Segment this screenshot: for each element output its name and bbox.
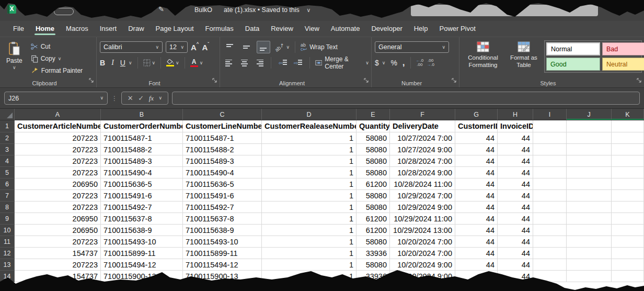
formula-input[interactable] (172, 92, 640, 105)
cell-I3[interactable] (533, 144, 567, 155)
cell-D4[interactable]: 1 (262, 155, 356, 167)
cell-K14[interactable] (612, 271, 644, 282)
autosave-toggle[interactable] (54, 8, 74, 15)
chevron-down-icon[interactable]: ∨ (306, 7, 310, 13)
ribbon-tab-page-layout[interactable]: Page Layout (150, 21, 200, 37)
cell-E9[interactable]: 61200 (356, 213, 390, 225)
cell-B4[interactable]: 7100115489-3 (101, 155, 183, 167)
cell-C11[interactable]: 7100115493-10 (183, 236, 262, 248)
cell-K8[interactable] (612, 202, 644, 213)
cell-H8[interactable]: 44 (498, 202, 533, 213)
cell-F6[interactable]: 10/28/2024 11:00 (390, 178, 455, 190)
cell-K7[interactable] (612, 190, 644, 202)
ribbon-tab-home[interactable]: Home (30, 21, 60, 37)
cell-B14[interactable]: 7100115900-13 (101, 271, 183, 282)
cell-G11[interactable]: 44 (455, 236, 498, 248)
cell-D6[interactable]: 1 (262, 178, 356, 190)
cell-A7[interactable]: 207223 (15, 190, 101, 202)
enter-icon[interactable]: ✓ (138, 94, 144, 102)
comma-format-button[interactable]: , (402, 60, 405, 65)
row-header-10[interactable]: 10 (0, 225, 15, 236)
cell-J6[interactable] (567, 178, 612, 190)
cell-F14[interactable]: 10/20/2024 9:00 (390, 271, 455, 282)
row-header-6[interactable]: 6 (0, 178, 15, 190)
cancel-icon[interactable]: ✕ (128, 94, 133, 102)
chevron-down-icon[interactable]: ∨ (129, 61, 132, 65)
cell-H9[interactable]: 44 (498, 213, 533, 225)
cell-B11[interactable]: 7100115493-10 (101, 236, 183, 248)
cell-E5[interactable]: 58080 (356, 167, 390, 178)
search-box[interactable] (411, 5, 598, 16)
increase-font-size-button[interactable]: A^ (191, 43, 199, 51)
cell-G9[interactable]: 44 (455, 213, 498, 225)
cell-F7[interactable]: 10/29/2024 7:00 (390, 190, 455, 202)
copy-button[interactable]: Copy ∨ (31, 53, 83, 64)
cell-I1[interactable] (533, 120, 567, 132)
cell-K6[interactable] (612, 178, 644, 190)
orientation-button[interactable]: ab↗ ∨ (274, 44, 290, 50)
column-header-J[interactable]: J (567, 109, 612, 120)
dialog-launcher-icon[interactable] (452, 76, 457, 85)
cell-A6[interactable]: 206950 (15, 178, 101, 190)
bold-button[interactable]: B (100, 59, 105, 67)
cell-J12[interactable] (567, 248, 612, 259)
cell-G12[interactable]: 44 (455, 248, 498, 259)
align-center-button[interactable] (238, 57, 250, 69)
cell-A8[interactable]: 207223 (15, 202, 101, 213)
cell-G3[interactable]: 44 (455, 144, 498, 155)
cell-G10[interactable]: 44 (455, 225, 498, 236)
cell-D3[interactable]: 1 (262, 144, 356, 155)
cell-D1[interactable]: CustomerRealeaseNumber (262, 120, 356, 132)
column-header-G[interactable]: G (455, 109, 498, 120)
ribbon-tab-file[interactable]: File (7, 21, 30, 37)
cell-J11[interactable] (567, 236, 612, 248)
align-right-button[interactable] (254, 57, 266, 69)
cell-H4[interactable]: 44 (498, 155, 533, 167)
cell-A3[interactable]: 207223 (15, 144, 101, 155)
cell-C8[interactable]: 7100115492-7 (183, 202, 262, 213)
cell-B6[interactable]: 7100115636-5 (101, 178, 183, 190)
cell-F5[interactable]: 10/28/2024 9:00 (390, 167, 455, 178)
conditional-formatting-button[interactable]: Conditional Formatting (463, 40, 503, 78)
cell-D7[interactable]: 1 (262, 190, 356, 202)
cell-G8[interactable]: 44 (455, 202, 498, 213)
cell-H7[interactable]: 44 (498, 190, 533, 202)
cell-F2[interactable]: 10/27/2024 7:00 (390, 132, 455, 144)
cell-E14[interactable]: 33936 (356, 271, 390, 282)
chevron-down-icon[interactable]: ∨ (159, 96, 163, 100)
cell-B10[interactable]: 7100115638-9 (101, 225, 183, 236)
cell-C14[interactable]: 7100115900-13 (183, 271, 262, 282)
cell-C2[interactable]: 7100115487-1 (183, 132, 262, 144)
chevron-down-icon[interactable]: ∨ (382, 61, 386, 65)
cell-B5[interactable]: 7100115490-4 (101, 167, 183, 178)
ribbon-tab-data[interactable]: Data (239, 21, 265, 37)
italic-button[interactable]: I (111, 59, 114, 67)
cell-H11[interactable]: 44 (498, 236, 533, 248)
cell-G6[interactable]: 44 (455, 178, 498, 190)
cell-D11[interactable]: 1 (262, 236, 356, 248)
cell-I2[interactable] (533, 132, 567, 144)
cell-H13[interactable]: 44 (498, 259, 533, 271)
ribbon-tab-macros[interactable]: Macros (60, 21, 94, 37)
cell-G13[interactable]: 44 (455, 259, 498, 271)
select-all-corner[interactable] (0, 109, 15, 120)
cell-G2[interactable]: 44 (455, 132, 498, 144)
cell-D13[interactable]: 1 (262, 259, 356, 271)
insert-function-button[interactable]: fx (149, 94, 154, 103)
cell-C4[interactable]: 7100115489-3 (183, 155, 262, 167)
cell-D2[interactable]: 1 (262, 132, 356, 144)
cell-C12[interactable]: 7100115899-11 (183, 248, 262, 259)
cell-F13[interactable]: 10/20/2024 9:00 (390, 259, 455, 271)
column-header-B[interactable]: B (101, 109, 183, 120)
decrease-decimal-button[interactable]: .00→.0 (427, 59, 434, 67)
cell-I6[interactable] (533, 178, 567, 190)
column-header-D[interactable]: D (262, 109, 356, 120)
cell-B8[interactable]: 7100115492-7 (101, 202, 183, 213)
cell-J1[interactable] (567, 120, 612, 132)
cell-J3[interactable] (567, 144, 612, 155)
cell-style-good[interactable]: Good (546, 58, 600, 71)
ribbon-tab-view[interactable]: View (299, 21, 325, 37)
merge-center-button[interactable]: Merge & Center ∨ (315, 55, 369, 70)
cell-G5[interactable]: 44 (455, 167, 498, 178)
cell-B3[interactable]: 7100115488-2 (101, 144, 183, 155)
